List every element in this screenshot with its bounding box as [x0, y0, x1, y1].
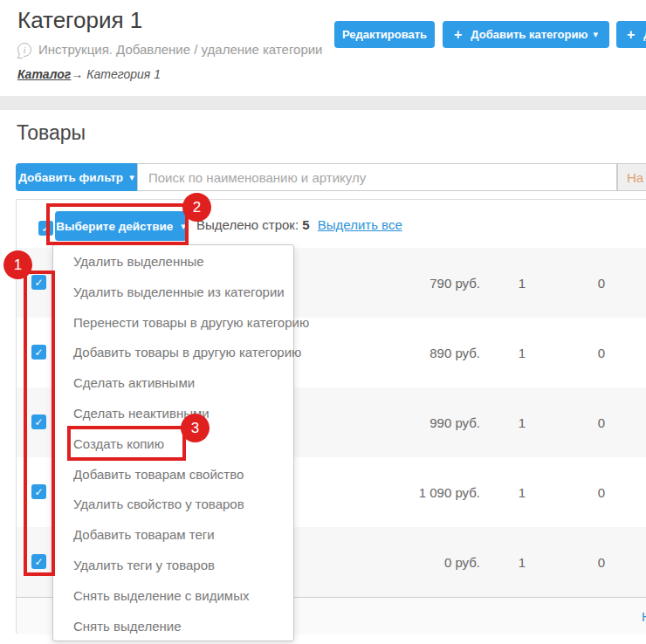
page-title: Категория 1: [17, 7, 142, 34]
menu-item-deselect-all[interactable]: Снять выделение: [53, 612, 293, 642]
product-price: 1 090 руб.: [419, 485, 480, 500]
breadcrumb-current: Категория 1: [86, 67, 161, 81]
product-price: 890 руб.: [430, 346, 480, 360]
table-cell-col1: 1: [512, 415, 533, 430]
table-cell-col2: 0: [591, 485, 612, 500]
product-price: 0 руб.: [444, 555, 480, 570]
annotation-marker-1: 1: [3, 250, 32, 279]
table-cell-col1: 1: [512, 555, 533, 570]
instruction-label: Инструкция. Добавление / удаление катего…: [38, 42, 322, 57]
menu-item-move-to-category[interactable]: Перенести товары в другую категорию: [53, 308, 293, 339]
menu-item-add-to-category[interactable]: Добавить товары в другую категорию: [53, 338, 293, 368]
edit-button[interactable]: Редактировать: [334, 21, 435, 48]
table-cell-col1: 1: [512, 485, 533, 500]
table-header-row: ✓ Выберите действие ▾ Выделено строк: 5 …: [17, 200, 646, 248]
section-divider: [0, 96, 646, 110]
row-checkbox[interactable]: ✓: [31, 414, 46, 429]
row-checkbox[interactable]: ✓: [31, 554, 46, 569]
selected-rows-label: Выделено строк:: [196, 217, 299, 232]
row-checkbox[interactable]: ✓: [31, 484, 46, 499]
footer-link-clipped[interactable]: Н: [642, 609, 646, 624]
table-cell-col1: 1: [512, 346, 533, 360]
table-cell-col2: 0: [591, 346, 612, 360]
bulk-actions-dropdown: Удалить выделенные Удалить выделенные из…: [52, 244, 294, 641]
selected-rows-count: 5: [302, 217, 309, 232]
menu-item-make-active[interactable]: Сделать активными: [53, 368, 293, 399]
product-price: 790 руб.: [430, 276, 480, 291]
bulk-actions-label: Выберите действие: [56, 220, 173, 233]
plus-icon: +: [627, 27, 635, 43]
add-filter-button[interactable]: Добавить фильтр ▾: [16, 163, 137, 191]
chevron-down-icon: ▾: [593, 29, 598, 40]
row-checkbox[interactable]: ✓: [31, 345, 46, 360]
chevron-down-icon: ▾: [181, 221, 186, 232]
menu-item-create-copy[interactable]: Создать копию: [53, 429, 293, 460]
product-price: 990 руб.: [430, 415, 480, 430]
info-bubble-icon: i: [17, 43, 31, 57]
add-category-button[interactable]: + Добавить категорию ▾: [443, 21, 609, 48]
breadcrumb-arrow-icon: →: [71, 67, 83, 81]
search-submit-button[interactable]: На: [617, 163, 646, 191]
menu-item-add-property[interactable]: Добавить товарам свойство: [53, 460, 293, 490]
menu-item-add-tags[interactable]: Добавить товарам теги: [53, 520, 293, 551]
menu-item-delete-from-category[interactable]: Удалить выделенные из категории: [53, 277, 293, 308]
selected-rows-info: Выделено строк: 5 Выделить все: [196, 217, 402, 232]
table-cell-col2: 0: [591, 276, 612, 291]
add-filter-label: Добавить фильтр: [18, 171, 123, 184]
menu-item-remove-property[interactable]: Удалить свойство у товаров: [53, 490, 293, 520]
chevron-down-icon: ▾: [129, 172, 134, 183]
plus-icon: +: [454, 27, 462, 43]
select-all-link[interactable]: Выделить все: [318, 217, 402, 232]
menu-item-remove-tags[interactable]: Удалить теги у товаров: [53, 551, 293, 581]
menu-item-delete-selected[interactable]: Удалить выделенные: [53, 247, 293, 277]
add-button-clipped[interactable]: + Д: [616, 21, 646, 48]
table-cell-col2: 0: [591, 555, 612, 570]
breadcrumb: Каталог→ Категория 1: [17, 67, 161, 81]
add-category-label: Добавить категорию: [471, 28, 588, 41]
category-page: Категория 1 i Инструкция. Добавление / у…: [0, 0, 646, 644]
table-cell-col2: 0: [591, 415, 612, 430]
annotation-marker-2: 2: [182, 193, 211, 222]
annotation-marker-3: 3: [181, 414, 210, 442]
select-all-checkbox[interactable]: ✓: [38, 221, 53, 236]
table-cell-col1: 1: [512, 276, 533, 291]
bulk-actions-button[interactable]: Выберите действие ▾: [55, 211, 187, 241]
instruction-link[interactable]: i Инструкция. Добавление / удаление кате…: [17, 42, 322, 57]
search-input[interactable]: [137, 163, 617, 191]
menu-item-deselect-visible[interactable]: Снять выделение с видимых: [53, 581, 293, 612]
row-checkbox[interactable]: ✓: [31, 275, 46, 290]
products-heading: Товары: [17, 121, 86, 145]
menu-item-make-inactive[interactable]: Сделать неактивными: [53, 399, 293, 429]
breadcrumb-link-catalog[interactable]: Каталог: [17, 67, 71, 81]
